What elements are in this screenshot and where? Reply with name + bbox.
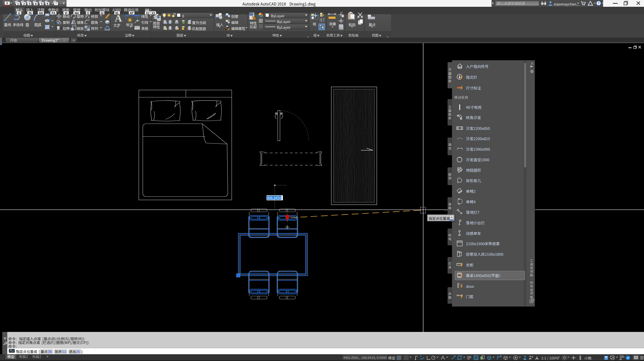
svg-text:?: ? xyxy=(598,2,600,5)
